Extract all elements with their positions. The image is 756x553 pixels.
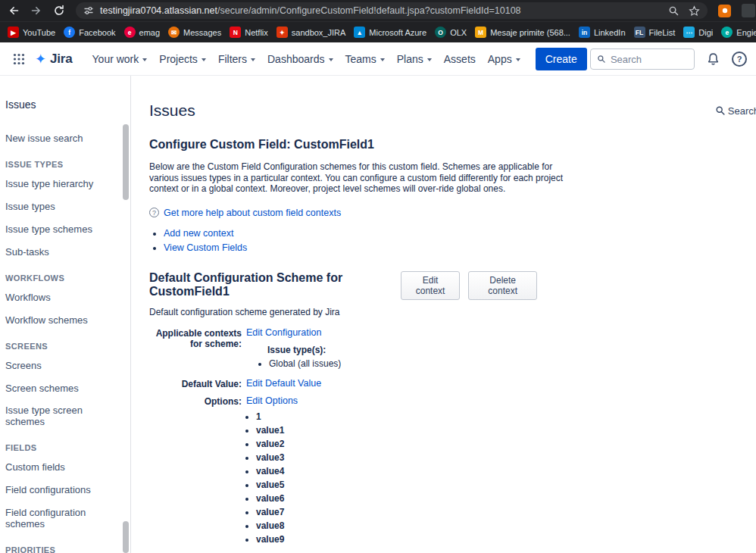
nav-plans[interactable]: Plans <box>391 48 438 70</box>
sidebar-item-field-configuration-schemes[interactable]: Field configuration schemes <box>5 508 118 530</box>
global-search[interactable] <box>590 48 695 70</box>
bookmark-facebook[interactable]: fFacebook <box>64 27 115 38</box>
issue-types-label: Issue type(s): <box>267 345 573 355</box>
sidebar-item-sub-tasks[interactable]: Sub-tasks <box>5 247 118 258</box>
nav-teams[interactable]: Teams <box>339 48 391 70</box>
inbox-icon: M <box>475 27 486 38</box>
bookmark-youtube[interactable]: ▶YouTube <box>8 27 55 38</box>
edit-default-value-link[interactable]: Edit Default Value <box>246 378 321 389</box>
site-settings-icon[interactable] <box>83 5 94 16</box>
sidebar-scrollbar-thumb[interactable] <box>123 521 129 553</box>
default-value-row: Default Value: Edit Default Value <box>149 378 573 389</box>
back-button[interactable] <box>8 5 20 17</box>
bookmark-engie[interactable]: eEngie <box>721 27 756 38</box>
edit-configuration-link[interactable]: Edit Configuration <box>246 327 321 338</box>
bookmark-netflix[interactable]: NNetflix <box>230 27 268 38</box>
sidebar-item-issue-types[interactable]: Issue types <box>5 202 118 213</box>
chevron-down-icon <box>201 58 206 61</box>
bookmark-star-icon[interactable] <box>689 5 700 17</box>
olx-icon: O <box>435 27 446 38</box>
admin-search-link[interactable]: Search <box>715 105 756 117</box>
sidebar-item-issue-type-hierarchy[interactable]: Issue type hierarchy <box>5 179 118 190</box>
app-switcher-icon[interactable] <box>9 49 29 69</box>
sidebar-item-issue-type-schemes[interactable]: Issue type schemes <box>5 224 118 236</box>
sidebar-item-workflows[interactable]: Workflows <box>5 292 118 304</box>
notifications-bell-icon[interactable] <box>706 52 720 67</box>
messages-icon: ✉ <box>168 27 180 38</box>
nav-assets[interactable]: Assets <box>438 48 482 70</box>
bookmark-filelist[interactable]: FLFileList <box>634 27 676 38</box>
option-value: 1 <box>256 411 573 422</box>
facebook-icon: f <box>64 27 75 38</box>
help-icon[interactable]: ? <box>732 52 747 67</box>
emag-icon: e <box>124 27 136 38</box>
bookmark-sandbox-jira[interactable]: ✦sandbox_JIRA <box>276 27 346 38</box>
browser-toolbar: testingjira0704.atlassian.net/secure/adm… <box>0 0 756 21</box>
search-icon <box>597 54 606 64</box>
bookmark-emag[interactable]: eemag <box>124 27 161 38</box>
refresh-button[interactable] <box>53 5 65 17</box>
default-value-label: Default Value: <box>149 378 242 389</box>
edit-options-link[interactable]: Edit Options <box>246 395 298 406</box>
help-link[interactable]: Get more help about custom field context… <box>164 208 341 218</box>
sidebar-item-field-configurations[interactable]: Field configurations <box>5 485 118 496</box>
sidebar-scrollbar-thumb[interactable] <box>123 124 129 200</box>
netflix-icon: N <box>230 27 241 38</box>
sidebar-heading-workflows: WORKFLOWS <box>5 273 118 283</box>
sidebar-item-new-issue-search[interactable]: New issue search <box>5 133 118 145</box>
view-custom-fields-link[interactable]: View Custom Fields <box>164 242 247 253</box>
search-icon[interactable] <box>668 5 679 17</box>
option-value: value1 <box>256 425 573 436</box>
jira-logo-icon: ✦ <box>35 52 46 66</box>
delete-context-button[interactable]: Delete context <box>468 271 537 300</box>
search-icon <box>715 105 726 116</box>
sidebar-item-workflow-schemes[interactable]: Workflow schemes <box>5 315 118 326</box>
azure-icon: ▲ <box>354 27 365 38</box>
jira-sandbox-icon: ✦ <box>276 27 288 38</box>
options-list: 1 value1 value2 value3 value4 value5 val… <box>256 411 573 545</box>
list-item: Add new context <box>164 228 756 239</box>
search-input[interactable] <box>611 54 688 65</box>
sidebar-item-screens[interactable]: Screens <box>5 361 118 372</box>
option-value: value7 <box>256 507 573 517</box>
forward-button[interactable] <box>30 5 42 17</box>
configure-custom-field-title: Configure Custom Field: CustomField1 <box>149 138 756 152</box>
sidebar-item-issue-type-screen-schemes[interactable]: Issue type screen schemes <box>5 405 118 428</box>
question-mark-icon: ? <box>149 208 159 217</box>
address-bar[interactable]: testingjira0704.atlassian.net/secure/adm… <box>76 2 708 19</box>
options-label: Options: <box>149 395 242 548</box>
sidebar-heading-priorities: PRIORITIES <box>5 545 118 553</box>
help-link-row[interactable]: ? Get more help about custom field conte… <box>149 208 756 218</box>
nav-filters[interactable]: Filters <box>212 48 261 70</box>
extension-icon[interactable] <box>718 5 731 17</box>
linkedin-icon: in <box>579 27 590 38</box>
url-text: testingjira0704.atlassian.net/secure/adm… <box>100 5 521 16</box>
option-value: value5 <box>256 480 573 490</box>
nav-apps[interactable]: Apps <box>482 48 526 70</box>
youtube-icon: ▶ <box>8 27 19 38</box>
bookmark-microsoft-azure[interactable]: ▲Microsoft Azure <box>354 27 426 38</box>
edit-context-button[interactable]: Edit context <box>401 271 461 300</box>
scheme-header: Default Configuration Scheme for CustomF… <box>149 271 537 300</box>
jira-top-nav: ✦ Jira Your work Projects Filters Dashbo… <box>0 42 756 76</box>
add-new-context-link[interactable]: Add new context <box>164 228 233 239</box>
list-item: View Custom Fields <box>164 242 756 253</box>
bookmark-digi[interactable]: ⋯Digi <box>683 27 713 38</box>
option-value: value4 <box>256 466 573 476</box>
option-value: value8 <box>256 520 573 531</box>
bookmark-olx[interactable]: OOLX <box>435 27 467 38</box>
chevron-down-icon <box>516 58 520 61</box>
nav-dashboards[interactable]: Dashboards <box>261 48 339 70</box>
nav-your-work[interactable]: Your work <box>86 48 154 70</box>
jira-logo[interactable]: ✦ Jira <box>35 52 73 67</box>
sidebar-heading-fields: FIELDS <box>5 443 118 452</box>
sidebar-item-screen-schemes[interactable]: Screen schemes <box>5 383 118 395</box>
bookmark-mesaje-primite[interactable]: MMesaje primite (568... <box>475 27 570 38</box>
nav-projects[interactable]: Projects <box>153 48 212 70</box>
sidebar-item-custom-fields[interactable]: Custom fields <box>5 462 118 473</box>
create-button[interactable]: Create <box>536 48 587 70</box>
profile-icon[interactable] <box>742 4 755 17</box>
bookmark-messages[interactable]: ✉Messages <box>168 27 221 38</box>
chevron-down-icon <box>427 58 432 61</box>
bookmark-linkedin[interactable]: inLinkedIn <box>579 27 626 38</box>
